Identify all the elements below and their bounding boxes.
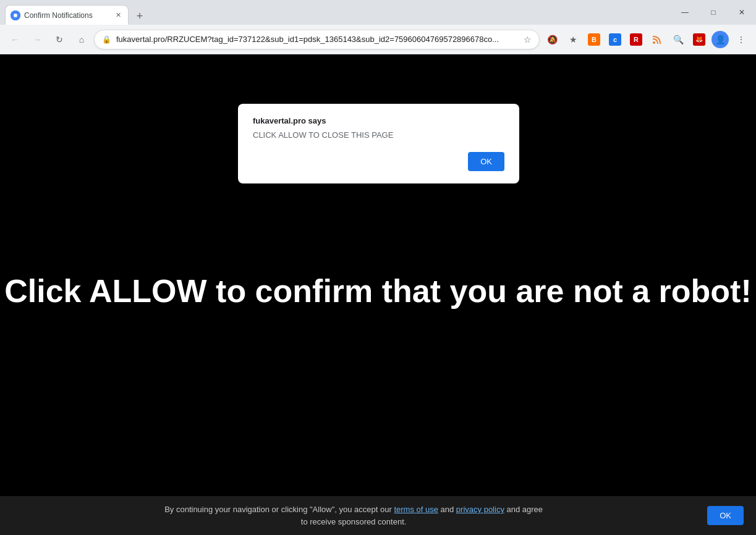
close-button[interactable]: ✕ bbox=[728, 0, 756, 25]
main-page-text: Click ALLOW to confirm that you are not … bbox=[4, 272, 752, 310]
maximize-button[interactable]: □ bbox=[699, 0, 728, 25]
window-controls: — □ ✕ bbox=[671, 0, 756, 25]
privacy-policy-link[interactable]: privacy policy bbox=[456, 505, 504, 514]
extension-icon-3[interactable]: 🦊 bbox=[689, 30, 709, 49]
bookmark-icon[interactable]: ☆ bbox=[524, 35, 532, 44]
url-text: fukavertal.pro/RRZUCEM?tag_id=737122&sub… bbox=[116, 35, 519, 44]
forward-button[interactable]: → bbox=[27, 30, 47, 49]
browser-body: fukavertal.pro says CLICK ALLOW TO CLOSE… bbox=[0, 54, 756, 535]
nav-bar: ← → ↻ ⌂ 🔒 fukavertal.pro/RRZUCEM?tag_id=… bbox=[0, 25, 756, 54]
profile-avatar: 👤 bbox=[711, 31, 729, 48]
bottom-ok-button[interactable]: OK bbox=[707, 506, 744, 525]
tab-strip: Confirm Notifications ✕ + bbox=[0, 5, 756, 25]
dialog-site-label: fukavertal.pro says bbox=[253, 116, 504, 125]
consent-text-between: and bbox=[438, 505, 456, 514]
mute-notifications-icon[interactable]: 🔕 bbox=[542, 30, 562, 49]
chrome-window: Confirm Notifications ✕ + — □ ✕ ← → ↻ ⌂ … bbox=[0, 0, 756, 535]
consent-text-line2: to receive sponsored content. bbox=[301, 517, 407, 526]
refresh-button[interactable]: ↻ bbox=[49, 30, 69, 49]
address-bar[interactable]: 🔒 fukavertal.pro/RRZUCEM?tag_id=737122&s… bbox=[94, 30, 540, 49]
dialog-ok-button[interactable]: OK bbox=[468, 152, 504, 171]
tab-title: Confirm Notifications bbox=[24, 11, 109, 20]
feed-icon[interactable] bbox=[647, 30, 667, 49]
tab-favicon bbox=[11, 11, 20, 20]
search-icon[interactable]: 🔍 bbox=[668, 30, 688, 49]
extension-icon-1[interactable]: c bbox=[605, 30, 625, 49]
title-bar: Confirm Notifications ✕ + — □ ✕ bbox=[0, 0, 756, 25]
minimize-button[interactable]: — bbox=[671, 0, 699, 25]
bottom-consent-bar: By continuing your navigation or clickin… bbox=[0, 496, 756, 535]
svg-point-2 bbox=[653, 41, 655, 44]
menu-button[interactable]: ⋮ bbox=[731, 30, 751, 49]
consent-text-after: and agree bbox=[504, 505, 543, 514]
browser-tab[interactable]: Confirm Notifications ✕ bbox=[5, 5, 129, 25]
bookmarks-icon[interactable]: ★ bbox=[563, 30, 583, 49]
extension-icon-2[interactable]: R bbox=[626, 30, 646, 49]
bottom-consent-text: By continuing your navigation or clickin… bbox=[12, 503, 695, 528]
nav-right-icons: 🔕 ★ B c R 🔍 bbox=[542, 30, 751, 49]
new-tab-button[interactable]: + bbox=[131, 7, 148, 25]
terms-of-use-link[interactable]: terms of use bbox=[394, 505, 438, 514]
home-button[interactable]: ⌂ bbox=[72, 30, 91, 49]
tab-close-button[interactable]: ✕ bbox=[113, 11, 123, 20]
lock-icon: 🔒 bbox=[102, 35, 111, 44]
profile-button[interactable]: 👤 bbox=[710, 30, 730, 49]
shield-icon[interactable]: B bbox=[584, 30, 604, 49]
dialog-buttons: OK bbox=[253, 152, 504, 171]
consent-text-before-link1: By continuing your navigation or clickin… bbox=[164, 505, 394, 514]
notification-dialog: fukavertal.pro says CLICK ALLOW TO CLOSE… bbox=[238, 104, 519, 183]
back-button[interactable]: ← bbox=[5, 30, 25, 49]
dialog-message: CLICK ALLOW TO CLOSE THIS PAGE bbox=[253, 130, 504, 140]
svg-point-1 bbox=[14, 14, 17, 17]
